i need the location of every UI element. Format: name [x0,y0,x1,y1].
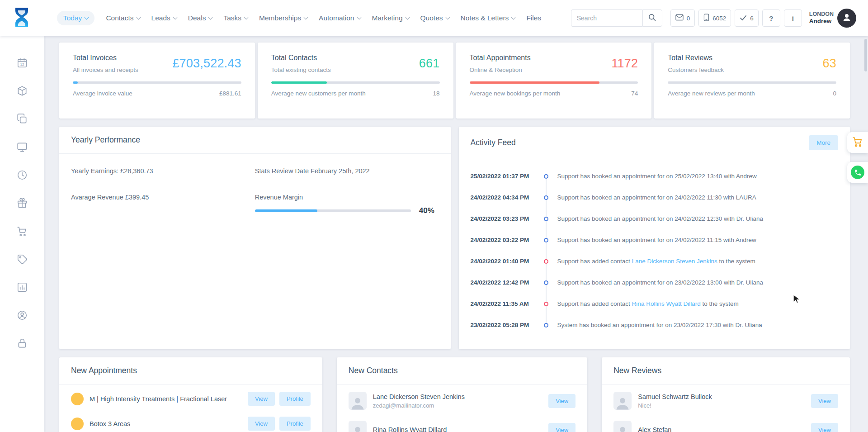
coupon-icon[interactable] [16,253,28,265]
contact-link[interactable]: Lane Dickerson Steven Jenkins [632,258,717,265]
tasks-button[interactable]: 6 [735,9,759,27]
stat-card-total-invoices: Total Invoices All invoices and receipts… [59,43,255,119]
support-icon[interactable] [16,309,28,321]
nav-label: Memberships [259,14,301,22]
activity-time: 24/02/2022 03:22 PM [471,237,538,243]
person-placeholder-icon [613,392,632,410]
view-button[interactable]: View [548,423,576,432]
view-button[interactable]: View [548,394,576,408]
activity-text: Support has booked an appointment for on… [554,173,757,180]
profile-button[interactable]: Profile [279,417,311,431]
topbar-actions: 0 6052 6 ? i LONDON Andrew [571,9,856,28]
scrollbar-thumb[interactable] [864,39,867,71]
info-button[interactable]: i [784,9,802,27]
activity-time: 24/02/2022 04:34 PM [471,194,538,201]
person-placeholder-icon [613,421,632,432]
user-avatar[interactable] [837,9,856,28]
review-list-item: Alex Stefan View [602,413,850,432]
chevron-down-icon [405,15,410,19]
activity-item: 24/02/2022 12:42 PM Support has booked a… [471,272,839,293]
stat-progress-bar [470,81,638,84]
activity-time: 24/02/2022 01:40 PM [471,258,538,265]
main-nav: Today Contacts Leads Deals Tasks Members… [57,11,541,25]
timeline-marker-icon [538,208,554,229]
nav-item-notes-letters[interactable]: Notes & Letters [461,11,515,25]
chevron-down-icon [244,15,249,19]
history-icon[interactable] [16,169,28,181]
nav-item-leads[interactable]: Leads [151,11,177,25]
view-button[interactable]: View [248,417,275,431]
stat-progress-bar [73,81,241,84]
appointment-name: M | High Intensity Treatments | Fraction… [90,395,227,403]
location-label: LONDON [809,11,834,18]
more-button[interactable]: More [809,135,838,150]
stat-card-total-contacts: Total Contacts Total existing contacts 6… [258,43,453,119]
revenue-margin-block: Revenue Margin 40% [255,194,439,215]
stat-value: 63 [823,57,836,71]
reports-icon[interactable] [16,281,28,293]
gift-icon[interactable] [16,197,28,209]
phone-button[interactable]: 6052 [698,9,731,27]
nav-item-today[interactable]: Today [57,11,94,25]
activity-item: 24/02/2022 04:34 PM Support has booked a… [471,187,839,208]
chevron-down-icon [445,15,450,19]
stat-footer-value: £881.61 [219,90,241,97]
floating-cart-button[interactable] [847,132,868,153]
nav-label: Quotes [420,14,443,22]
nav-item-tasks[interactable]: Tasks [223,11,248,25]
info-icon: i [792,14,794,22]
nav-label: Tasks [223,14,241,22]
view-button[interactable]: View [248,392,275,406]
appointment-list-item: Botox 3 Areas View Profile [59,409,322,432]
activity-item: 24/02/2022 11:35 AM Support has added co… [471,293,839,314]
dashboard-main: Total Invoices All invoices and receipts… [44,36,868,432]
nav-item-deals[interactable]: Deals [188,11,212,25]
chevron-down-icon [208,15,213,19]
cart-icon[interactable] [16,225,28,237]
lock-icon[interactable] [16,337,28,349]
floating-whatsapp-button[interactable] [847,162,868,183]
contact-list-item: Rina Rollins Wyatt Dillard View [337,413,587,432]
activity-timeline: 25/02/2022 01:37 PM Support has booked a… [459,159,850,336]
activity-time: 24/02/2022 11:35 AM [471,300,538,307]
messages-button[interactable]: 0 [670,9,695,27]
stat-title: Total Reviews [668,54,724,62]
nav-item-memberships[interactable]: Memberships [259,11,307,25]
activity-text: System has booked an appointment for on … [554,322,762,328]
nav-item-quotes[interactable]: Quotes [420,11,449,25]
nav-item-marketing[interactable]: Marketing [372,11,409,25]
contact-link[interactable]: Rina Rollins Wyatt Dillard [632,300,701,307]
stat-subtitle: Online & Reception [470,66,531,73]
timeline-marker-icon [538,251,554,272]
help-button[interactable]: ? [762,9,780,27]
search-input[interactable] [571,9,642,27]
nav-item-automation[interactable]: Automation [319,11,360,25]
stat-title: Total Contacts [271,54,331,62]
app-logo-icon[interactable] [11,6,33,30]
activity-text: Support has booked an appointment for on… [554,194,756,201]
stat-title: Total Appointments [470,54,531,62]
search-button[interactable] [642,9,662,27]
profile-button[interactable]: Profile [279,392,311,406]
nav-item-files[interactable]: Files [526,11,541,25]
activity-text: Support has booked an appointment for on… [554,237,756,243]
epos-icon[interactable] [16,141,28,153]
nav-label: Notes & Letters [461,14,509,22]
bottom-row: New Appointments M | High Intensity Trea… [59,357,850,432]
activity-time: 23/02/2022 05:28 PM [471,322,538,328]
contact-name: Lane Dickerson Steven Jenkins [373,393,465,400]
user-block: LONDON Andrew [809,11,834,26]
revenue-margin-value: 40% [419,206,434,215]
contact-list-item: Lane Dickerson Steven Jenkins zedagi@mai… [337,385,587,413]
view-button[interactable]: View [811,423,838,432]
calendar-icon[interactable]: 12 [16,57,28,69]
rooms-icon[interactable] [16,113,28,125]
nav-item-contacts[interactable]: Contacts [106,11,140,25]
products-icon[interactable] [16,85,28,97]
stat-footer-value: 18 [433,90,439,97]
stat-card-total-reviews: Total Reviews Customers feedback 63 Aver… [654,43,850,119]
view-button[interactable]: View [811,394,838,408]
stat-footer-value: 74 [631,90,638,97]
nav-label: Marketing [372,14,403,22]
activity-item: 24/02/2022 03:22 PM Support has booked a… [471,229,839,251]
